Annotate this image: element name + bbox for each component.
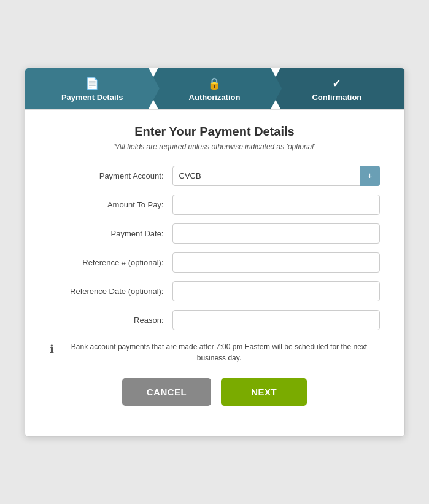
- step-authorization-label: Authorization: [189, 93, 241, 102]
- lock-icon: 🔒: [207, 77, 221, 90]
- next-button[interactable]: NEXT: [221, 378, 307, 406]
- amount-to-pay-input[interactable]: [172, 195, 380, 215]
- reference-date-row: Reference Date (optional):: [50, 281, 380, 301]
- step-payment-details-label: Payment Details: [61, 93, 123, 102]
- form-area: Enter Your Payment Details *All fields a…: [25, 110, 404, 418]
- payment-account-select-wrap[interactable]: CVCB +: [172, 166, 380, 186]
- payment-date-row: Payment Date:: [50, 223, 380, 244]
- reference-date-input[interactable]: [172, 281, 380, 301]
- step-payment-details: 📄 Payment Details: [25, 68, 160, 109]
- payment-date-wrap: [172, 223, 380, 244]
- payment-account-label: Payment Account:: [50, 171, 172, 180]
- payment-modal: 📄 Payment Details 🔒 Authorization ✓ Conf…: [25, 68, 405, 437]
- reference-date-wrap: [172, 281, 380, 301]
- step-authorization: 🔒 Authorization: [147, 68, 282, 109]
- reference-number-row: Reference # (optional):: [50, 252, 380, 273]
- reason-wrap: [172, 310, 380, 330]
- reason-label: Reason:: [50, 316, 172, 325]
- reference-number-input[interactable]: [172, 252, 380, 273]
- info-icon: ℹ: [50, 341, 54, 358]
- payment-date-input[interactable]: [172, 223, 380, 244]
- info-box: ℹ Bank account payments that are made af…: [50, 341, 380, 363]
- amount-to-pay-wrap: [172, 195, 380, 215]
- reason-input[interactable]: [172, 310, 380, 330]
- form-subtitle: *All fields are required unless otherwis…: [50, 142, 380, 151]
- payment-account-select[interactable]: CVCB: [172, 166, 380, 186]
- amount-to-pay-label: Amount To Pay:: [50, 200, 172, 209]
- reference-number-wrap: [172, 252, 380, 273]
- amount-to-pay-row: Amount To Pay:: [50, 195, 380, 215]
- form-title: Enter Your Payment Details: [50, 125, 380, 139]
- button-row: CANCEL NEXT: [50, 378, 380, 406]
- step-confirmation-label: Confirmation: [312, 93, 361, 102]
- check-icon: ✓: [332, 77, 341, 90]
- payment-date-label: Payment Date:: [50, 229, 172, 238]
- info-message: Bank account payments that are made afte…: [59, 341, 380, 363]
- reference-date-label: Reference Date (optional):: [50, 287, 172, 296]
- stepper: 📄 Payment Details 🔒 Authorization ✓ Conf…: [25, 68, 404, 110]
- payment-account-wrap: CVCB +: [172, 166, 380, 186]
- payment-account-row: Payment Account: CVCB +: [50, 166, 380, 186]
- cancel-button[interactable]: CANCEL: [122, 378, 212, 406]
- step-confirmation: ✓ Confirmation: [269, 68, 404, 109]
- document-icon: 📄: [85, 77, 99, 90]
- reason-row: Reason:: [50, 310, 380, 330]
- reference-number-label: Reference # (optional):: [50, 258, 172, 267]
